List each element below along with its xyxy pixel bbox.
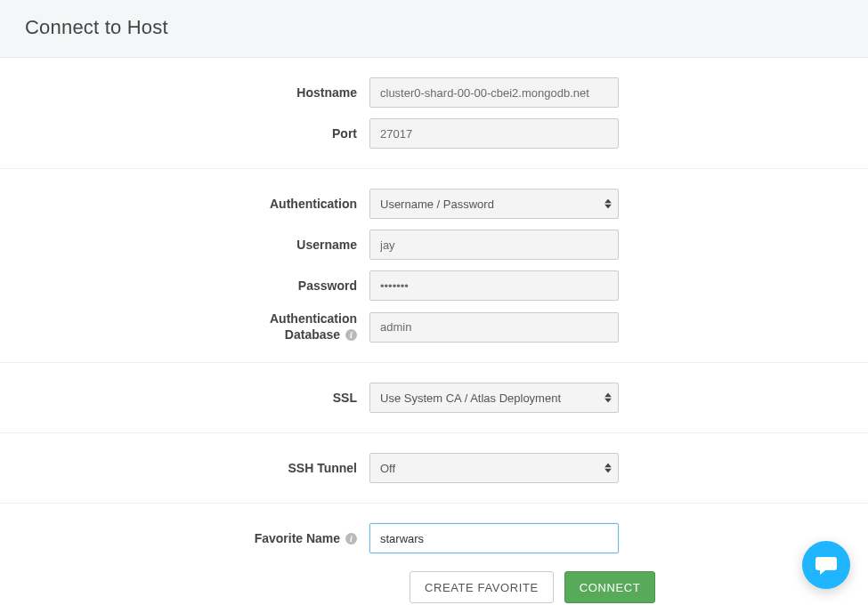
- authdb-label: Authentication Database i: [0, 311, 369, 343]
- create-favorite-button[interactable]: CREATE FAVORITE: [410, 571, 554, 603]
- section-ssh: SSH Tunnel Off: [0, 433, 868, 504]
- password-label: Password: [0, 278, 369, 294]
- ssl-select[interactable]: Use System CA / Atlas Deployment: [369, 383, 619, 413]
- connect-button[interactable]: CONNECT: [564, 571, 655, 603]
- ssh-tunnel-select[interactable]: Off: [369, 453, 619, 483]
- hostname-input[interactable]: [369, 77, 619, 108]
- ssl-label: SSL: [0, 391, 369, 406]
- authentication-select[interactable]: Username / Password: [369, 189, 619, 219]
- authdb-input[interactable]: [369, 312, 619, 343]
- section-favorite: Favorite Name i CREATE FAVORITE CONNECT: [0, 504, 868, 603]
- page-title: Connect to Host: [25, 16, 843, 39]
- ssh-label: SSH Tunnel: [0, 461, 369, 476]
- info-icon[interactable]: i: [345, 329, 357, 341]
- port-input[interactable]: [369, 118, 619, 149]
- port-label: Port: [0, 126, 369, 141]
- hostname-label: Hostname: [0, 85, 369, 101]
- page-header: Connect to Host: [0, 0, 868, 58]
- chat-icon: [815, 554, 838, 576]
- section-ssl: SSL Use System CA / Atlas Deployment: [0, 363, 868, 433]
- authentication-label: Authentication: [0, 197, 369, 212]
- favorite-name-input[interactable]: [369, 523, 619, 553]
- username-input[interactable]: [369, 230, 619, 260]
- chat-widget-button[interactable]: [802, 541, 850, 589]
- password-input[interactable]: [369, 270, 619, 301]
- username-label: Username: [0, 238, 369, 253]
- section-authentication: Authentication Username / Password Usern…: [0, 169, 868, 363]
- info-icon[interactable]: i: [345, 533, 357, 544]
- favorite-name-label: Favorite Name i: [0, 531, 369, 546]
- section-connection: Hostname Port: [0, 58, 868, 169]
